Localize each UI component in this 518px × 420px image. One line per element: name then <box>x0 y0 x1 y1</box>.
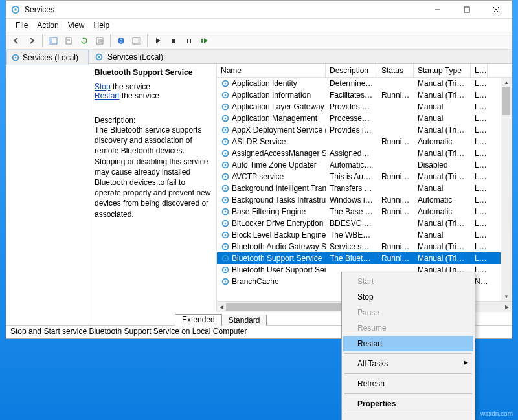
context-menu-item-stop[interactable]: Stop <box>343 289 473 305</box>
service-row[interactable]: Block Level Backup Engine S...The WBENGI… <box>217 229 512 241</box>
scroll-up-arrow[interactable]: ▲ <box>501 78 512 87</box>
service-status-cell: Running <box>377 137 414 146</box>
gear-icon <box>221 207 230 216</box>
refresh-button[interactable] <box>77 34 91 48</box>
detail-header-icon <box>95 52 104 61</box>
minimize-button[interactable] <box>423 1 452 19</box>
stop-service-button[interactable] <box>166 34 181 48</box>
gear-icon <box>221 265 230 274</box>
tab-extended[interactable]: Extended <box>175 314 222 326</box>
scroll-left-arrow[interactable]: ◀ <box>217 302 226 312</box>
scroll-down-arrow[interactable]: ▼ <box>501 292 512 301</box>
menu-help[interactable]: Help <box>90 19 114 31</box>
context-menu[interactable]: StartStopPauseResumeRestartAll Tasks▶Ref… <box>341 272 475 420</box>
service-name-cell: AppX Deployment Service (A... <box>232 126 326 135</box>
tab-standard[interactable]: Standard <box>221 315 267 326</box>
svg-point-1 <box>14 8 17 11</box>
service-name-cell: Bluetooth User Support Serv... <box>232 265 326 274</box>
service-row[interactable]: Background Tasks Infrastruc...Windows in… <box>217 194 512 206</box>
context-menu-item-refresh[interactable]: Refresh <box>343 376 473 392</box>
service-row[interactable]: Auto Time Zone UpdaterAutomaticall...Dis… <box>217 159 512 171</box>
context-menu-separator <box>344 414 472 414</box>
restart-service-button[interactable] <box>197 34 212 48</box>
gear-icon <box>221 277 230 286</box>
forward-button[interactable] <box>25 34 39 48</box>
pause-service-button[interactable] <box>182 34 196 48</box>
service-row[interactable]: AppX Deployment Service (A...Provides in… <box>217 124 512 136</box>
service-logon-cell: Loc <box>471 242 488 251</box>
service-status-cell: Running <box>377 195 414 204</box>
service-desc-cell: AssignedAcc... <box>326 149 377 158</box>
service-row[interactable]: Application Layer Gateway S...Provides s… <box>217 101 512 113</box>
service-status-cell: Running <box>377 207 414 216</box>
service-logon-cell: Loc <box>471 207 488 216</box>
vertical-scrollbar[interactable]: ▲ ▼ <box>501 78 512 301</box>
context-menu-item-start: Start <box>343 274 473 289</box>
properties-button[interactable] <box>93 34 107 48</box>
service-logon-cell: Loc <box>471 114 488 123</box>
col-logon[interactable]: Log <box>471 64 488 77</box>
service-startup-cell: Manual (Trigg... <box>414 219 471 228</box>
stop-service-link[interactable]: Stop <box>95 82 111 91</box>
service-desc-cell: The WBENGI... <box>326 230 377 239</box>
service-desc-cell: Service supp... <box>326 242 377 251</box>
menu-action[interactable]: Action <box>33 19 62 31</box>
service-row[interactable]: Application InformationFacilitates th...… <box>217 89 512 101</box>
col-name[interactable]: Name <box>217 64 326 77</box>
service-status-cell: Running <box>377 91 414 100</box>
service-logon-cell: Loc <box>471 254 488 263</box>
service-startup-cell: Manual (Trigg... <box>414 126 471 135</box>
menu-view[interactable]: View <box>64 19 89 31</box>
col-status[interactable]: Status <box>377 64 414 77</box>
tree-item-services-local[interactable]: Services (Local) <box>6 50 89 65</box>
help-button[interactable]: ? <box>114 34 128 48</box>
context-menu-item-all-tasks[interactable]: All Tasks▶ <box>343 356 473 371</box>
services-app-icon <box>10 5 21 15</box>
gear-icon <box>221 91 230 100</box>
console-tree[interactable]: Services (Local) <box>6 50 89 325</box>
service-row[interactable]: Application IdentityDetermines ...Manual… <box>217 78 512 89</box>
back-button[interactable] <box>9 34 23 48</box>
context-menu-item-help[interactable]: Help <box>343 416 473 420</box>
service-desc-cell: Processes in... <box>326 114 377 123</box>
service-row[interactable]: Bluetooth Audio Gateway Ser...Service su… <box>217 241 512 252</box>
service-desc-cell: This is Audio... <box>326 172 377 181</box>
svg-point-60 <box>225 269 227 271</box>
service-desc-cell: Transfers file... <box>326 184 377 193</box>
service-name-cell: Application Management <box>232 114 317 123</box>
service-desc-cell: The Blueton... <box>326 254 377 263</box>
list-header[interactable]: Name Description Status Startup Type Log <box>217 64 512 78</box>
context-menu-item-properties[interactable]: Properties <box>343 396 473 412</box>
start-service-button[interactable] <box>151 34 165 48</box>
col-description[interactable]: Description <box>326 64 377 77</box>
export-list-button[interactable] <box>62 34 76 48</box>
context-menu-item-restart[interactable]: Restart <box>343 336 473 351</box>
gear-icon <box>221 79 230 88</box>
service-row[interactable]: Base Filtering EngineThe Base Filt...Run… <box>217 206 512 217</box>
service-row[interactable]: Bluetooth Support ServiceThe Blueton...R… <box>217 252 512 264</box>
gear-icon <box>221 230 230 239</box>
service-row[interactable]: Application ManagementProcesses in...Man… <box>217 113 512 124</box>
gear-icon <box>221 160 230 170</box>
svg-rect-19 <box>172 39 175 43</box>
service-row[interactable]: Background Intelligent Tran...Transfers … <box>217 182 512 194</box>
titlebar[interactable]: Services <box>6 1 512 19</box>
show-hide-console-tree-button[interactable] <box>46 34 60 48</box>
svg-point-48 <box>225 199 227 201</box>
scroll-thumb-v[interactable] <box>502 87 510 115</box>
close-button[interactable] <box>481 1 510 19</box>
service-row[interactable]: BitLocker Drive Encryption S...BDESVC ho… <box>217 217 512 229</box>
service-row[interactable]: ASLDR ServiceRunningAutomaticLoc <box>217 136 512 148</box>
col-startup[interactable]: Startup Type <box>414 64 471 77</box>
restart-service-link[interactable]: Restart <box>95 91 120 100</box>
detail-header-label: Services (Local) <box>107 52 163 61</box>
svg-rect-20 <box>187 39 188 43</box>
scroll-right-arrow[interactable]: ▶ <box>502 302 512 312</box>
menu-file[interactable]: File <box>12 19 32 31</box>
show-hide-action-pane-button[interactable] <box>130 34 144 48</box>
service-row[interactable]: AssignedAccessManager Ser...AssignedAcc.… <box>217 148 512 159</box>
maximize-button[interactable] <box>452 1 481 19</box>
service-row[interactable]: AVCTP serviceThis is Audio...RunningManu… <box>217 171 512 182</box>
service-startup-cell: Manual (Trigg... <box>414 242 471 251</box>
service-logon-cell: Loc <box>471 137 488 146</box>
